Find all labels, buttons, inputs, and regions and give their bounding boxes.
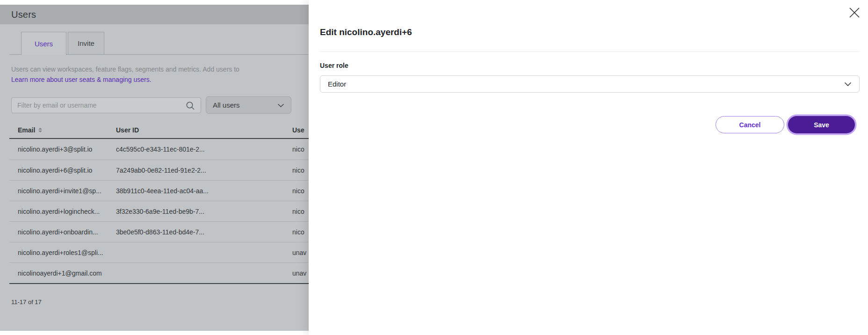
- cell-userid: 3be0e5f0-d863-11ed-bd4e-7...: [116, 222, 284, 242]
- cell-email: nicolinoayerdi+1@gmail.com: [18, 263, 114, 284]
- tab-users[interactable]: Users: [21, 32, 66, 55]
- user-role-select[interactable]: Editor: [320, 75, 860, 93]
- cell-userid: [116, 263, 284, 284]
- modal-divider: [320, 51, 860, 52]
- cell-user: nico: [292, 222, 309, 242]
- column-header-email[interactable]: Email: [18, 126, 42, 134]
- close-icon: [848, 7, 861, 21]
- column-header-user: Use: [292, 126, 304, 134]
- user-role-label: User role: [320, 62, 348, 69]
- page-title: Users: [11, 9, 36, 20]
- tab-invite[interactable]: Invite: [68, 32, 104, 55]
- cell-userid: 7a249ab0-0e82-11ed-91e2-2...: [116, 160, 284, 181]
- close-button[interactable]: [846, 6, 862, 22]
- column-header-email-label: Email: [18, 126, 35, 134]
- table-row[interactable]: nicolino.ayerdi+roles1@spli... unav: [9, 242, 309, 262]
- cell-user: nico: [292, 201, 309, 222]
- modal-actions: Cancel Save: [309, 116, 860, 134]
- edit-user-modal: Edit nicolino.ayerdi+6 User role Editor …: [309, 0, 868, 335]
- table-row[interactable]: nicolino.ayerdi+6@split.io 7a249ab0-0e82…: [9, 160, 309, 180]
- cell-email: nicolino.ayerdi+roles1@spli...: [18, 242, 114, 263]
- table-row[interactable]: nicolinoayerdi+1@gmail.com unav: [9, 262, 309, 283]
- column-header-user-label: Use: [292, 126, 304, 134]
- pagination-status: 11-17 of 17: [11, 299, 42, 306]
- cell-userid: 3f32e330-6a9e-11ed-be9b-7...: [116, 201, 284, 222]
- cell-user: unav: [292, 242, 309, 263]
- table-row[interactable]: nicolino.ayerdi+onboardin... 3be0e5f0-d8…: [9, 221, 309, 242]
- cell-user: nico: [292, 139, 309, 160]
- column-header-userid: User ID: [116, 126, 139, 134]
- tab-users-label: Users: [35, 40, 53, 48]
- cell-email: nicolino.ayerdi+3@split.io: [18, 139, 114, 160]
- table-row[interactable]: nicolino.ayerdi+logincheck... 3f32e330-6…: [9, 201, 309, 221]
- cell-user: nico: [292, 181, 309, 201]
- tab-bar: Users Invite: [0, 32, 309, 55]
- user-role-value: Editor: [328, 80, 346, 88]
- user-filter-value: All users: [213, 101, 240, 109]
- users-page: Users Users Invite Users can view worksp…: [0, 5, 309, 331]
- cell-email: nicolino.ayerdi+onboardin...: [18, 222, 114, 242]
- cancel-button[interactable]: Cancel: [716, 116, 784, 133]
- table-row[interactable]: nicolino.ayerdi+invite1@sp... 38b911c0-4…: [9, 180, 309, 201]
- sort-icon[interactable]: [38, 128, 42, 132]
- cell-email: nicolino.ayerdi+invite1@sp...: [18, 181, 114, 201]
- learn-more-link[interactable]: Learn more about user seats & managing u…: [11, 76, 152, 83]
- chevron-down-icon: [844, 80, 852, 88]
- cell-userid: c4c595c0-e343-11ec-801e-2...: [116, 139, 284, 160]
- user-filter-select[interactable]: All users: [206, 96, 291, 114]
- cell-userid: 38b911c0-4eea-11ed-ac04-aa...: [116, 181, 284, 201]
- cell-email: nicolino.ayerdi+logincheck...: [18, 201, 114, 222]
- table-bottom-border: [9, 283, 309, 284]
- table-row[interactable]: nicolino.ayerdi+3@split.io c4c595c0-e343…: [9, 139, 309, 160]
- cell-userid: [116, 242, 284, 263]
- modal-title: Edit nicolino.ayerdi+6: [320, 27, 412, 37]
- users-table-body: nicolino.ayerdi+3@split.io c4c595c0-e343…: [9, 139, 309, 283]
- table-header-row: Email User ID Use: [9, 124, 309, 138]
- filter-input[interactable]: [11, 97, 201, 113]
- cell-email: nicolino.ayerdi+6@split.io: [18, 160, 114, 181]
- cell-user: nico: [292, 160, 309, 181]
- tab-invite-label: Invite: [78, 39, 94, 47]
- column-header-userid-label: User ID: [116, 126, 139, 134]
- search-icon: [185, 101, 195, 113]
- page-header: Users: [0, 5, 309, 24]
- cell-user: unav: [292, 263, 309, 284]
- chevron-down-icon: [277, 101, 284, 109]
- save-button[interactable]: Save: [788, 116, 855, 133]
- users-description: Users can view workspaces, feature flags…: [11, 64, 239, 74]
